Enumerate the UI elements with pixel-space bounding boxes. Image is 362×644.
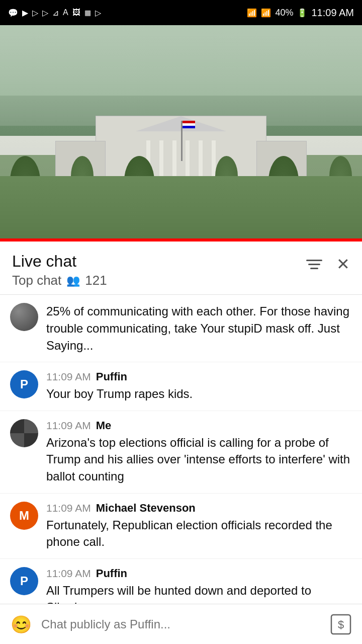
livechat-header: Live chat Top chat 👥 121 ✕	[0, 242, 362, 288]
message-text: Your boy Trump rapes kids.	[46, 385, 352, 403]
table-row: M 11:09 AM Michael Stevenson Fortunately…	[0, 494, 362, 559]
app-icon-7: ▷	[95, 8, 101, 18]
app-icon-4: A	[63, 8, 68, 17]
livechat-subtitle: Top chat 👥 121	[12, 273, 107, 288]
message-time: 11:09 AM	[46, 420, 91, 432]
lawn	[0, 176, 362, 242]
message-author: Puffin	[96, 567, 127, 580]
time-display: 11:09 AM	[311, 7, 354, 19]
signal-icon: 📶	[261, 8, 271, 18]
livechat-title-area: Live chat Top chat 👥 121	[12, 252, 107, 288]
battery-icon: 🔋	[297, 8, 307, 18]
message-text: 25% of communicating with each other. Fo…	[46, 303, 352, 354]
app-icon-5: 🖼	[72, 8, 80, 17]
chat-input-bar: 😊 $	[0, 604, 362, 644]
table-row: P 11:09 AM Puffin Your boy Trump rapes k…	[0, 362, 362, 411]
filter-button[interactable]	[306, 260, 322, 269]
video-progress-bar[interactable]	[0, 238, 362, 242]
message-content: 11:09 AM Puffin Your boy Trump rapes kid…	[46, 370, 352, 403]
livechat-container: Live chat Top chat 👥 121 ✕	[0, 242, 362, 644]
message-meta: 11:09 AM Puffin	[46, 370, 352, 383]
youtube-icon: ▶	[22, 8, 28, 18]
status-icons-right: 📶 📶 40% 🔋 11:09 AM	[247, 7, 354, 19]
video-player[interactable]	[0, 25, 362, 242]
app-icon-1: ▷	[32, 8, 38, 18]
message-meta: 11:09 AM Michael Stevenson	[46, 502, 352, 515]
livechat-title: Live chat	[12, 252, 107, 271]
flag	[183, 121, 195, 128]
status-icons-left: 💬 ▶ ▷ ▷ ⊿ A 🖼 ▦ ▷	[8, 8, 101, 18]
viewer-count: 121	[85, 273, 107, 288]
chat-messages-list: 25% of communicating with each other. Fo…	[0, 295, 362, 644]
app-icon-3: ⊿	[52, 8, 59, 18]
app-icon-2: ▷	[42, 8, 48, 18]
notification-icon: 💬	[8, 8, 18, 18]
avatar	[10, 419, 38, 447]
message-time: 11:09 AM	[46, 371, 91, 383]
status-bar: 💬 ▶ ▷ ▷ ⊿ A 🖼 ▦ ▷ 📶 📶 40% 🔋 11:09 AM	[0, 0, 362, 25]
message-content: 11:09 AM Michael Stevenson Fortunately, …	[46, 502, 352, 550]
table-row: 11:09 AM Me Arizona's top elections offi…	[0, 411, 362, 494]
message-content: 25% of communicating with each other. Fo…	[46, 303, 352, 354]
message-meta: 11:09 AM Me	[46, 419, 352, 432]
close-button[interactable]: ✕	[336, 255, 350, 274]
app-icon-6: ▦	[84, 9, 91, 17]
message-content: 11:09 AM Me Arizona's top elections offi…	[46, 419, 352, 485]
message-text: Fortunately, Republican election officia…	[46, 517, 352, 550]
table-row: 25% of communicating with each other. Fo…	[0, 295, 362, 362]
avatar: M	[10, 502, 38, 530]
battery-percent: 40%	[275, 8, 293, 18]
message-author: Michael Stevenson	[96, 502, 196, 515]
message-author: Puffin	[96, 370, 127, 383]
svg-text:$: $	[338, 618, 344, 631]
wifi-icon: 📶	[247, 8, 257, 18]
flagpole	[181, 121, 183, 161]
chat-input[interactable]	[41, 611, 321, 637]
message-author: Me	[96, 419, 112, 432]
send-money-button[interactable]: $	[328, 611, 354, 637]
header-actions: ✕	[306, 255, 350, 274]
emoji-button[interactable]: 😊	[8, 611, 34, 637]
viewer-icon: 👥	[66, 274, 80, 287]
avatar	[10, 303, 38, 331]
avatar: P	[10, 567, 38, 595]
top-chat-label[interactable]: Top chat	[12, 273, 61, 288]
avatar: P	[10, 370, 38, 398]
message-meta: 11:09 AM Puffin	[46, 567, 352, 580]
message-time: 11:09 AM	[46, 568, 91, 580]
message-time: 11:09 AM	[46, 502, 91, 514]
message-text: Arizona's top elections official is call…	[46, 434, 352, 485]
